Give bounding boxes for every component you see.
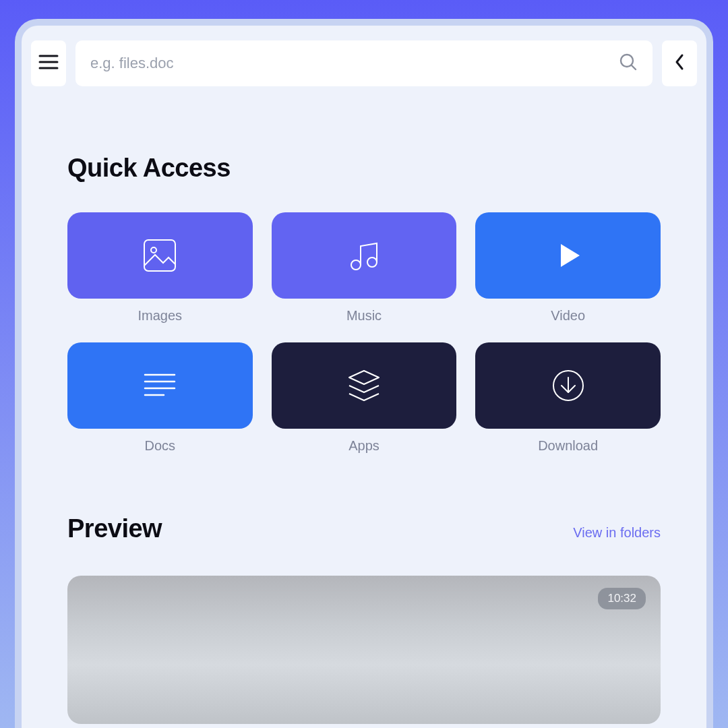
svg-point-6 xyxy=(151,247,156,253)
image-icon xyxy=(140,236,179,275)
svg-line-4 xyxy=(632,65,636,69)
music-icon xyxy=(345,237,383,274)
search-icon xyxy=(619,53,638,74)
tile-label: Video xyxy=(551,308,585,324)
tile-video[interactable] xyxy=(475,212,661,299)
tile-label: Apps xyxy=(348,438,380,454)
back-button[interactable] xyxy=(662,40,697,86)
view-in-folders-link[interactable]: View in folders xyxy=(573,525,661,541)
tile-label: Docs xyxy=(145,438,176,454)
tile-label: Download xyxy=(538,438,598,454)
download-icon xyxy=(551,368,586,403)
chevron-left-icon xyxy=(673,53,686,74)
hamburger-icon xyxy=(38,54,59,73)
scroll-area[interactable]: Quick Access Images xyxy=(22,26,706,728)
tile-docs[interactable] xyxy=(67,342,253,429)
svg-rect-5 xyxy=(144,240,175,271)
tile-images[interactable] xyxy=(67,212,253,299)
text-lines-icon xyxy=(141,371,179,400)
tile-label: Music xyxy=(346,308,382,324)
preview-heading: Preview xyxy=(67,514,162,543)
menu-button[interactable] xyxy=(31,40,66,86)
play-icon xyxy=(551,239,585,272)
quick-access-heading: Quick Access xyxy=(67,154,661,183)
time-badge: 10:32 xyxy=(598,588,646,609)
top-bar xyxy=(31,26,697,86)
svg-point-7 xyxy=(351,260,361,270)
tile-label: Images xyxy=(138,308,183,324)
search-input[interactable] xyxy=(90,55,619,72)
tile-music[interactable] xyxy=(272,212,457,299)
svg-marker-14 xyxy=(349,371,379,384)
layers-icon xyxy=(345,367,383,404)
svg-point-8 xyxy=(367,257,377,267)
tile-apps[interactable] xyxy=(272,342,457,429)
search-field[interactable] xyxy=(75,40,653,86)
quick-access-grid: Images Music xyxy=(67,212,661,454)
preview-card[interactable]: 10:32 xyxy=(67,576,661,724)
svg-marker-9 xyxy=(561,244,580,267)
tile-download[interactable] xyxy=(475,342,661,429)
app-window: Quick Access Images xyxy=(15,19,713,728)
